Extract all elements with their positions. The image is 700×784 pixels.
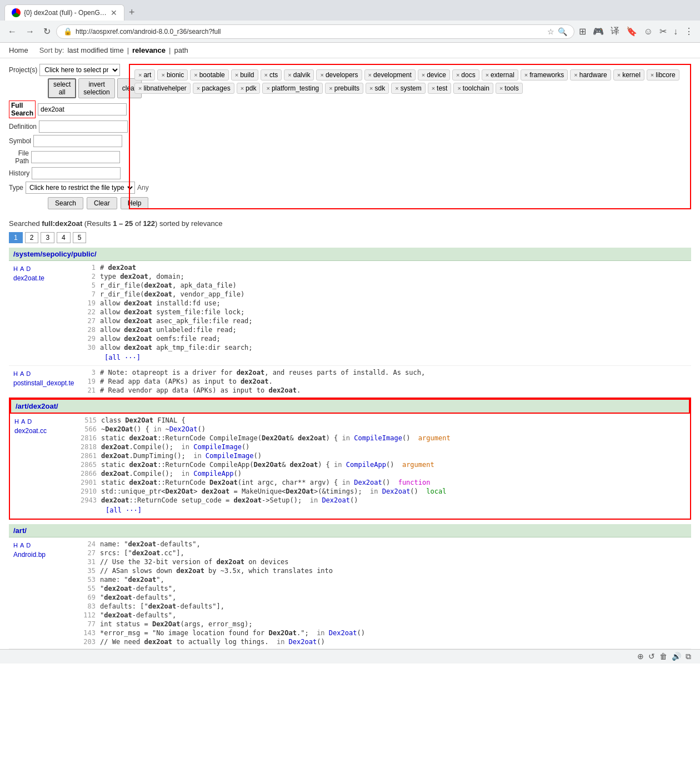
symbol-input[interactable]	[33, 135, 122, 147]
tag-remove-libnativehelper[interactable]: ×	[138, 85, 142, 92]
audio-icon[interactable]: 🔊	[672, 652, 681, 661]
full-search-input[interactable]	[38, 103, 127, 115]
page-1[interactable]: 1	[9, 232, 23, 243]
tag-label-bionic: bionic	[167, 71, 184, 79]
tag-remove-cts[interactable]: ×	[264, 72, 268, 78]
rss-icon[interactable]: ⊕	[637, 652, 644, 661]
tools-icon[interactable]: ✂	[657, 25, 669, 38]
sort-path[interactable]: path	[174, 46, 188, 54]
address-bar[interactable]: 🔒 http://aospxref.com/android-8.0.0_r36/…	[56, 24, 574, 39]
reload-icon[interactable]: ↺	[648, 652, 655, 661]
diff-link[interactable]: D	[26, 370, 31, 377]
tag-remove-developers[interactable]: ×	[320, 72, 323, 78]
active-tab[interactable]: {0} dex2oat (full) - OpenGrok se... ✕	[4, 4, 124, 21]
type-select[interactable]: Click here to restrict the file type	[26, 182, 135, 194]
file-link-postinstall[interactable]: postinstall_dexopt.te	[13, 379, 71, 387]
back-button[interactable]: ←	[4, 24, 20, 39]
path-header-sepolicy[interactable]: /system/sepolicy/public/	[9, 248, 691, 261]
copy-icon[interactable]: ⧉	[686, 652, 691, 661]
project-selector[interactable]: Click here to select project(s)	[39, 64, 120, 76]
history-link[interactable]: H	[13, 265, 18, 272]
file-link-android-bp[interactable]: Android.bp	[13, 551, 71, 559]
star-icon[interactable]: ☆	[547, 27, 554, 36]
download-icon[interactable]: ↓	[671, 26, 680, 38]
tag-remove-device[interactable]: ×	[422, 72, 425, 78]
select-buttons: select all invert selection clear	[48, 78, 120, 98]
sort-relevance[interactable]: relevance	[132, 46, 166, 54]
diff-link[interactable]: D	[26, 265, 31, 272]
tag-remove-bionic[interactable]: ×	[161, 72, 164, 78]
diff-link[interactable]: D	[27, 418, 32, 425]
tag-remove-packages[interactable]: ×	[197, 85, 200, 92]
history-link[interactable]: H	[13, 542, 18, 549]
tag-remove-build[interactable]: ×	[235, 72, 238, 78]
definition-input[interactable]	[39, 120, 128, 133]
see-all-cc[interactable]: [all ···]	[101, 505, 146, 515]
tag-remove-sdk[interactable]: ×	[369, 85, 373, 92]
tag-remove-external[interactable]: ×	[486, 72, 489, 78]
translate-icon[interactable]: 译	[608, 24, 622, 38]
home-link[interactable]: Home	[9, 46, 28, 54]
nav-bar: ← → ↻ 🔒 http://aospxref.com/android-8.0.…	[0, 21, 700, 42]
tab-close-btn[interactable]: ✕	[111, 8, 117, 17]
refresh-button[interactable]: ↻	[40, 24, 54, 39]
page-5[interactable]: 5	[73, 232, 87, 243]
history-link[interactable]: H	[14, 418, 19, 425]
file-link-dex2oat-cc[interactable]: dex2oat.cc	[14, 427, 72, 435]
tag-label-development: development	[373, 71, 412, 79]
search-engine-icon: 🔍	[558, 27, 567, 36]
tag-label-platform_testing: platform_testing	[272, 84, 319, 92]
invert-selection-button[interactable]: invert selection	[78, 78, 114, 98]
select-all-button[interactable]: select all	[48, 78, 76, 98]
annotations-link[interactable]: A	[20, 542, 24, 549]
path-header-art-root[interactable]: /art/	[9, 524, 691, 537]
browser-chrome: {0} dex2oat (full) - OpenGrok se... ✕ + …	[0, 0, 700, 43]
see-all-link[interactable]: [all ···]	[100, 353, 145, 363]
tag-remove-development[interactable]: ×	[368, 72, 372, 78]
tag-remove-hardware[interactable]: ×	[574, 72, 577, 78]
tag-remove-pdk[interactable]: ×	[241, 85, 244, 92]
tag-remove-tools[interactable]: ×	[499, 85, 503, 92]
game-icon[interactable]: 🎮	[591, 25, 606, 38]
page-2[interactable]: 2	[25, 232, 39, 243]
tag-remove-bootable[interactable]: ×	[194, 72, 197, 78]
code-lines-dex2oat-cc: 515class Dex2Oat FINAL { 566~Dex2Oat() {…	[77, 414, 690, 518]
grid-icon[interactable]: ⊞	[577, 25, 588, 38]
tag-remove-art[interactable]: ×	[138, 72, 142, 78]
tag-remove-docs[interactable]: ×	[456, 72, 459, 78]
search-button[interactable]: Search	[48, 197, 83, 209]
annotations-link[interactable]: A	[21, 418, 25, 425]
tag-cts: ×cts	[261, 69, 282, 81]
page-3[interactable]: 3	[41, 232, 54, 243]
smiley-icon[interactable]: ☺	[642, 26, 655, 38]
tag-remove-frameworks[interactable]: ×	[524, 72, 528, 78]
new-tab-button[interactable]: +	[124, 7, 139, 18]
tag-remove-prebuilts[interactable]: ×	[329, 85, 332, 92]
bookmark-icon[interactable]: 🔖	[624, 25, 639, 38]
tag-remove-toolchain[interactable]: ×	[457, 85, 461, 92]
history-row: History	[9, 167, 120, 179]
annotations-link[interactable]: A	[20, 370, 24, 377]
page-4[interactable]: 4	[57, 232, 71, 243]
diff-link[interactable]: D	[26, 542, 31, 549]
file-link-dex2oat-te[interactable]: dex2oat.te	[13, 274, 71, 282]
forward-button[interactable]: →	[22, 24, 38, 39]
menu-icon[interactable]: ⋮	[682, 25, 696, 38]
history-input[interactable]	[32, 167, 121, 179]
clear-button[interactable]: Clear	[87, 197, 117, 209]
history-link[interactable]: H	[13, 370, 18, 377]
trash-icon[interactable]: 🗑	[659, 652, 667, 661]
tag-remove-libcore[interactable]: ×	[651, 72, 654, 78]
tag-remove-dalvik[interactable]: ×	[288, 72, 291, 78]
tag-label-docs: docs	[461, 71, 475, 79]
file-path-input[interactable]	[31, 151, 120, 163]
tag-remove-test[interactable]: ×	[432, 85, 435, 92]
annotations-link[interactable]: A	[20, 265, 24, 272]
line-content: # dex2oat	[100, 264, 689, 272]
path-header-art[interactable]: /art/dex2oat/	[10, 399, 690, 414]
tag-remove-system[interactable]: ×	[395, 85, 398, 92]
sort-last-modified[interactable]: last modified time	[67, 46, 123, 54]
tag-remove-platform_testing[interactable]: ×	[266, 85, 269, 92]
lock-icon: 🔒	[63, 27, 72, 36]
tag-remove-kernel[interactable]: ×	[617, 72, 621, 78]
